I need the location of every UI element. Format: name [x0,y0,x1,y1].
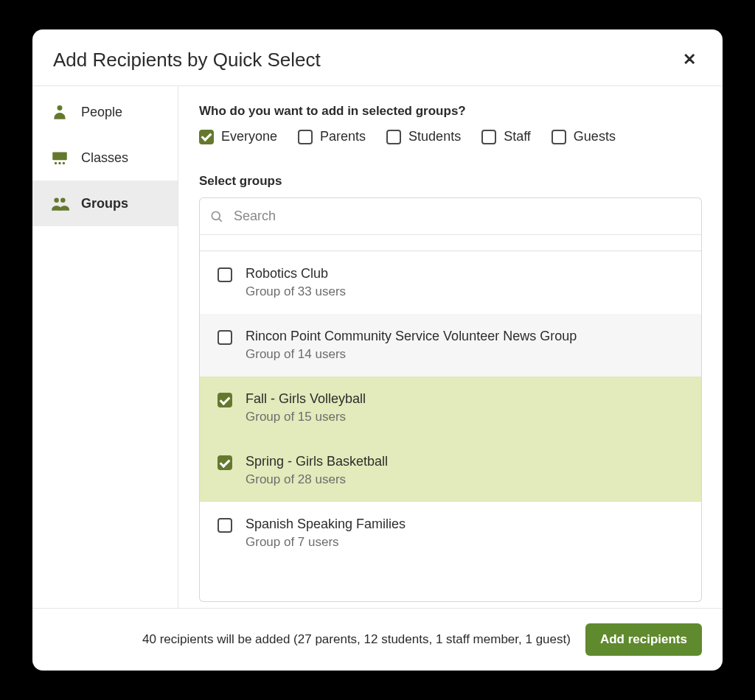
sidebar-item-classes[interactable]: Classes [32,135,178,181]
checkbox-icon [199,130,214,144]
filter-everyone[interactable]: Everyone [199,129,277,144]
group-text: Spring - Girls Basketball Group of 28 us… [246,454,388,487]
filter-students[interactable]: Students [386,129,461,144]
svg-point-6 [60,197,66,203]
groups-icon [50,194,69,213]
sidebar-item-label: People [81,105,122,120]
close-button[interactable]: ✕ [677,47,702,72]
modal-body: People Classes Groups Who do you want to… [32,85,723,608]
recipients-summary: 40 recipients will be added (27 parents,… [142,632,571,647]
group-name: Fall - Girls Volleyball [246,391,366,407]
svg-point-4 [63,162,65,164]
checkbox-icon [218,330,232,345]
sidebar: People Classes Groups [32,86,178,608]
group-row-rincon-point[interactable]: Rincon Point Community Service Volunteer… [200,314,701,377]
add-recipients-button[interactable]: Add recipients [585,623,702,656]
quick-select-modal: Add Recipients by Quick Select ✕ People … [32,29,723,671]
partial-row [200,235,701,251]
filter-parents[interactable]: Parents [298,129,366,144]
svg-point-5 [54,197,59,203]
group-name: Rincon Point Community Service Volunteer… [246,329,577,344]
person-icon [50,102,69,122]
classes-icon [50,148,69,167]
checkbox-icon [218,518,232,533]
group-name: Spring - Girls Basketball [246,454,388,469]
group-row-fall-volleyball[interactable]: Fall - Girls Volleyball Group of 15 user… [200,377,701,439]
filter-label: Students [408,129,461,144]
sidebar-item-label: Classes [81,150,128,166]
search-wrap [199,197,702,235]
checkbox-icon [552,130,566,144]
modal-footer: 40 recipients will be added (27 parents,… [32,608,723,671]
svg-line-8 [219,218,222,221]
search-input[interactable] [199,197,702,235]
filter-staff[interactable]: Staff [481,129,531,144]
filter-label: Everyone [221,129,277,144]
group-list[interactable]: Robotics Club Group of 33 users Rincon P… [199,235,702,602]
close-icon: ✕ [683,50,696,69]
checkbox-icon [218,393,232,407]
group-row-spanish-families[interactable]: Spanish Speaking Families Group of 7 use… [200,502,701,564]
svg-point-0 [58,105,63,111]
group-sub: Group of 33 users [246,284,346,299]
modal-header: Add Recipients by Quick Select ✕ [32,29,723,85]
filter-prompt: Who do you want to add in selected group… [199,104,702,119]
group-sub: Group of 14 users [246,347,577,362]
filter-row: Everyone Parents Students Staff Guests [199,129,702,144]
checkbox-icon [298,130,313,144]
svg-point-3 [58,162,60,164]
checkbox-icon [218,455,232,470]
svg-rect-1 [52,152,67,160]
group-text: Fall - Girls Volleyball Group of 15 user… [246,391,366,424]
sidebar-item-label: Groups [81,196,128,211]
svg-point-2 [55,162,57,164]
group-name: Robotics Club [246,266,346,281]
filter-label: Staff [504,129,531,144]
group-name: Spanish Speaking Families [246,517,406,532]
filter-guests[interactable]: Guests [552,129,616,144]
group-sub: Group of 7 users [246,535,406,550]
svg-point-7 [212,211,220,220]
checkbox-icon [386,130,401,144]
checkbox-icon [218,267,232,282]
main-panel: Who do you want to add in selected group… [178,86,723,608]
modal-title: Add Recipients by Quick Select [53,49,321,71]
group-sub: Group of 15 users [246,410,366,424]
group-text: Spanish Speaking Families Group of 7 use… [246,517,406,550]
checkbox-icon [481,130,496,144]
group-row-robotics-club[interactable]: Robotics Club Group of 33 users [200,251,701,314]
sidebar-item-people[interactable]: People [32,89,178,135]
group-row-spring-basketball[interactable]: Spring - Girls Basketball Group of 28 us… [200,439,701,502]
filter-label: Guests [574,129,616,144]
groups-section-label: Select groups [199,174,702,189]
group-text: Robotics Club Group of 33 users [246,266,346,299]
group-sub: Group of 28 users [246,472,388,487]
group-text: Rincon Point Community Service Volunteer… [246,329,577,362]
sidebar-item-groups[interactable]: Groups [32,181,178,226]
search-icon [209,209,224,224]
filter-label: Parents [320,129,366,144]
